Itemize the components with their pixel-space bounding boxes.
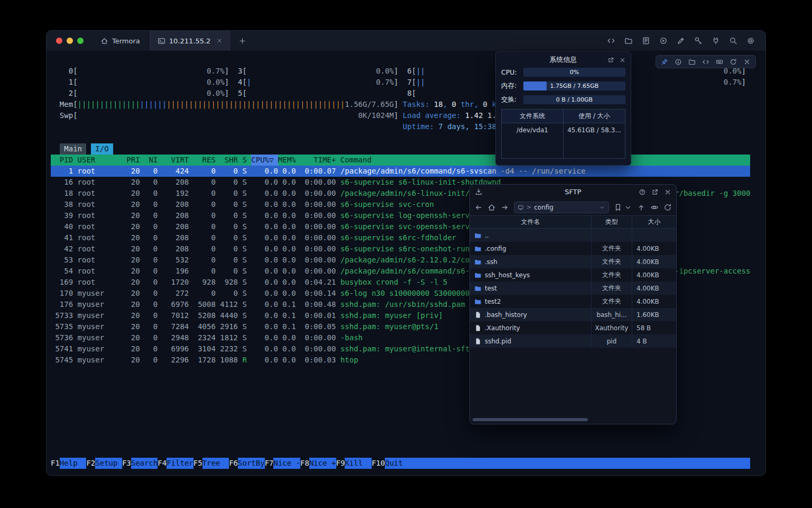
forward-icon[interactable] — [501, 203, 509, 212]
metric-row: CPU:0% — [501, 68, 625, 77]
fkey-label-kill[interactable]: Kill — [345, 458, 372, 469]
terminal-text: CPU%▽ — [251, 155, 278, 166]
tab-termora[interactable]: Termora — [92, 31, 149, 51]
window-toolbar — [607, 31, 765, 51]
fkey-f3[interactable]: F3 — [122, 458, 131, 469]
file-row[interactable]: .config文件夹4.00KB — [470, 242, 676, 255]
column-filename[interactable]: 文件名 — [470, 216, 592, 228]
search-icon[interactable] — [729, 37, 737, 45]
file-row[interactable]: test文件夹4.00KB — [470, 282, 676, 295]
process-row[interactable]: 1 root 20 0 424 0 0 S 0.0 0.0 0:00.07 /p… — [51, 166, 750, 177]
help-icon[interactable] — [639, 188, 646, 196]
file-row[interactable]: .bash_historybash_hi...1.60KB — [470, 308, 676, 321]
settings-icon[interactable] — [746, 37, 755, 45]
fkey-f10[interactable]: F10 — [372, 458, 385, 469]
pin-icon[interactable] — [661, 58, 668, 66]
tab-host-10-211-55-2[interactable]: 10.211.55.2 — [149, 31, 232, 51]
fkey-f2[interactable]: F2 — [86, 458, 95, 469]
fkey-f5[interactable]: F5 — [193, 458, 202, 469]
key-icon[interactable] — [694, 37, 703, 45]
close-icon[interactable] — [664, 188, 671, 196]
fkey-label-tree[interactable]: Tree — [202, 458, 229, 469]
close-window-button[interactable] — [56, 38, 62, 44]
horizontal-scrollbar[interactable] — [473, 418, 588, 421]
download-icon[interactable] — [475, 188, 483, 196]
fkey-label-help[interactable]: Help — [60, 458, 87, 469]
filesystem-table: 文件系统 使用 / 大小 /dev/vda1 45.61GB / 58.3... — [501, 109, 625, 159]
panel-header: 系统信息 — [496, 52, 631, 68]
path-segment[interactable]: config — [534, 204, 553, 211]
close-icon[interactable] — [743, 58, 751, 66]
parent-directory-icon[interactable] — [637, 203, 645, 212]
path-bar[interactable]: > config — [514, 202, 609, 213]
info-icon[interactable] — [675, 58, 682, 66]
file-size: 4.00KB — [632, 282, 676, 295]
open-in-window-icon[interactable] — [607, 57, 614, 64]
code-icon[interactable] — [607, 37, 615, 45]
swap-meter-row: Swp[0K/1024M]Load average: 1.42 1.35 1.3… — [51, 110, 750, 121]
zoom-window-button[interactable] — [77, 38, 84, 44]
terminal-text: |||||| — [140, 99, 167, 110]
htop-function-bar: F1Help F2Setup F3SearchF4FilterF5Tree F6… — [51, 458, 750, 469]
fkey-label-quit[interactable]: Quit — [385, 458, 412, 469]
fkey-f8[interactable]: F8 — [300, 458, 309, 469]
back-icon[interactable] — [474, 203, 483, 212]
minimize-window-button[interactable] — [67, 38, 73, 44]
panel-title: 系统信息 — [550, 55, 577, 65]
chevron-down-icon[interactable] — [599, 204, 605, 211]
terminal-text: 0.0% — [207, 77, 225, 88]
code-icon[interactable] — [702, 58, 709, 66]
file-row[interactable]: .. — [470, 229, 676, 242]
folder-icon[interactable] — [688, 58, 696, 66]
terminal-icon — [158, 37, 165, 45]
keyboard-icon[interactable] — [716, 58, 723, 66]
plug-icon[interactable] — [712, 37, 720, 45]
fkey-label-search[interactable]: Search — [131, 458, 158, 469]
file-name: .Xauthority — [485, 324, 520, 332]
file-name-cell: .Xauthority — [470, 321, 592, 334]
new-tab-button[interactable] — [232, 31, 253, 51]
record-icon[interactable] — [659, 37, 668, 45]
file-row[interactable]: ssh_host_keys文件夹4.00KB — [470, 268, 676, 282]
file-row[interactable]: .XauthorityXauthority58 B — [470, 321, 676, 334]
file-type: bash_hi... — [592, 308, 632, 321]
bookmark-icon[interactable] — [614, 203, 622, 212]
fkey-f9[interactable]: F9 — [336, 458, 345, 469]
fkey-label-nice-[interactable]: Nice + — [309, 458, 336, 469]
fkey-label-nice-[interactable]: Nice - — [273, 458, 300, 469]
open-in-window-icon[interactable] — [651, 188, 659, 196]
column-type[interactable]: 类型 — [592, 216, 632, 228]
metric-label: 交换: — [501, 95, 523, 104]
fkey-f6[interactable]: F6 — [229, 458, 238, 469]
fkey-f1[interactable]: F1 — [51, 458, 60, 469]
file-row[interactable]: test2文件夹4.00KB — [470, 295, 676, 308]
file-name: sshd.pid — [485, 338, 511, 345]
file-row[interactable]: .ssh文件夹4.00KB — [470, 255, 676, 268]
refresh-icon[interactable] — [730, 58, 737, 66]
column-size[interactable]: 大小 — [632, 216, 676, 228]
close-icon[interactable] — [619, 57, 626, 64]
fkey-label-setup[interactable]: Setup — [95, 458, 122, 469]
journal-icon[interactable] — [642, 37, 650, 45]
file-name-cell: ssh_host_keys — [470, 268, 592, 282]
fkey-label-filter[interactable]: Filter — [167, 458, 193, 469]
tab-close-icon[interactable] — [216, 38, 223, 44]
terminal-text: 0 — [483, 99, 487, 110]
file-size: 4 B — [632, 334, 676, 348]
fkey-f7[interactable]: F7 — [265, 458, 274, 469]
show-hidden-icon[interactable] — [650, 203, 659, 212]
file-size: 4.00KB — [632, 295, 676, 308]
fkey-label-sortby[interactable]: SortBy — [238, 458, 265, 469]
terminal-text: 5[ — [238, 88, 247, 99]
terminal-text: NI — [149, 155, 158, 166]
tab-bar: Termora 10.211.55.2 — [47, 31, 765, 51]
metric-row: 内存:1.75GB / 7.65GB — [501, 81, 625, 90]
file-row[interactable]: sshd.pidpid4 B — [470, 334, 676, 348]
edit-icon[interactable] — [677, 37, 685, 45]
chevron-down-icon[interactable] — [624, 203, 632, 212]
fkey-f4[interactable]: F4 — [158, 458, 167, 469]
folder-icon[interactable] — [624, 37, 633, 45]
file-name-cell: .config — [470, 242, 592, 255]
home-icon[interactable] — [487, 203, 496, 212]
refresh-icon[interactable] — [663, 203, 672, 212]
